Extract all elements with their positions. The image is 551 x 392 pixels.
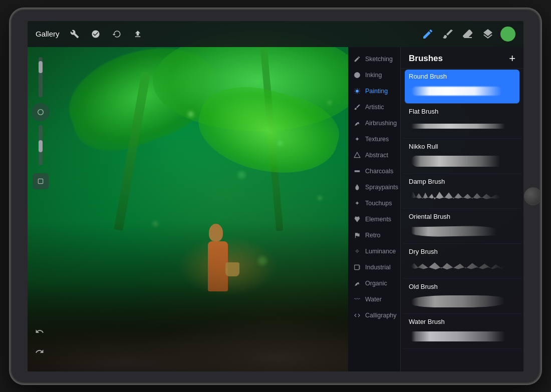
brush-name-water: Water Brush <box>409 318 515 325</box>
brush-item-dry[interactable]: Dry Brush <box>403 245 521 279</box>
size-thumb[interactable] <box>39 140 43 152</box>
ipad-screen: Gallery <box>28 21 523 371</box>
textures-icon: ✦ <box>353 135 361 143</box>
eraser-tool-button[interactable] <box>460 27 475 42</box>
add-brush-button[interactable]: + <box>509 53 515 64</box>
inking-icon <box>353 71 361 79</box>
organic-icon <box>353 279 361 287</box>
smudge-tool-button[interactable] <box>440 27 455 42</box>
opacity-slider[interactable] <box>39 57 43 97</box>
size-slider[interactable] <box>39 125 43 165</box>
category-abstract[interactable]: Abstract <box>348 147 400 163</box>
brush-name-damp: Damp Brush <box>409 178 515 185</box>
water-icon: 〰 <box>353 295 361 303</box>
bokeh-7 <box>258 256 267 265</box>
category-touchups[interactable]: ✦ Touchups <box>348 195 400 211</box>
category-textures[interactable]: ✦ Textures <box>348 131 400 147</box>
opacity-thumb[interactable] <box>39 61 43 73</box>
svg-rect-4 <box>355 170 360 172</box>
spraypaints-icon <box>353 183 361 191</box>
share-icon[interactable] <box>131 27 145 41</box>
brush-item-old[interactable]: Old Brush <box>403 280 521 314</box>
brush-item-nikko[interactable]: Nikko Rull <box>403 140 521 174</box>
redo-button[interactable] <box>32 343 48 359</box>
brush-panel-header: Brushes + <box>401 47 523 69</box>
brushes-panel-title: Brushes <box>409 54 443 64</box>
brush-item-oriental[interactable]: Oriental Brush <box>403 210 521 244</box>
stroke-old <box>411 295 505 307</box>
color-picker-small[interactable] <box>32 103 50 121</box>
bokeh-3 <box>238 171 245 179</box>
brush-preview-nikko <box>409 152 515 170</box>
adjustments-icon[interactable] <box>89 27 103 41</box>
layers-button[interactable] <box>480 27 495 42</box>
size-slider-container <box>39 125 43 165</box>
opacity-slider-container <box>39 57 43 97</box>
category-industrial[interactable]: Industrial <box>348 259 400 275</box>
svg-rect-6 <box>357 184 358 185</box>
char-body <box>208 241 228 291</box>
svg-rect-1 <box>38 179 43 183</box>
category-water[interactable]: 〰 Water <box>348 291 400 307</box>
character <box>203 211 238 291</box>
toolbar-icons <box>68 27 145 41</box>
brush-item-flat[interactable]: Flat Brush <box>403 105 521 139</box>
stroke-water <box>411 331 505 341</box>
home-button[interactable] <box>524 187 541 205</box>
bokeh-1 <box>188 111 194 117</box>
svg-point-0 <box>38 109 44 115</box>
stroke-flat <box>411 124 505 129</box>
category-inking[interactable]: Inking <box>348 67 400 83</box>
category-retro[interactable]: Retro <box>348 227 400 243</box>
calligraphy-icon <box>353 311 361 319</box>
brush-preview-flat <box>409 117 515 135</box>
category-calligraphy[interactable]: Calligraphy <box>348 307 400 323</box>
brush-name-flat: Flat Brush <box>409 108 515 115</box>
category-sketching[interactable]: Sketching <box>348 51 400 67</box>
draw-tool-button[interactable] <box>420 27 435 42</box>
airbrushing-icon <box>353 119 361 127</box>
category-charcoals[interactable]: Charcoals <box>348 163 400 179</box>
bokeh-5 <box>153 221 158 226</box>
brush-panel: Sketching Inking Painting <box>348 47 523 371</box>
sketching-icon <box>353 55 361 63</box>
color-picker-button[interactable] <box>500 27 515 42</box>
stroke-oriental <box>411 225 497 237</box>
bokeh-4 <box>328 101 331 104</box>
category-spraypaints[interactable]: Spraypaints <box>348 179 400 195</box>
category-artistic[interactable]: Artistic <box>348 99 400 115</box>
ipad-frame: Gallery <box>10 9 541 384</box>
brush-list: Brushes + Round Brush Flat Brush <box>401 47 523 371</box>
undo-button[interactable] <box>32 323 48 339</box>
char-head <box>209 224 223 241</box>
svg-marker-3 <box>354 152 360 158</box>
category-organic[interactable]: Organic <box>348 275 400 291</box>
elements-icon <box>353 215 361 223</box>
wrench-icon[interactable] <box>68 27 82 41</box>
brush-name-round: Round Brush <box>409 73 515 80</box>
brush-preview-damp <box>409 187 515 205</box>
char-basket <box>225 262 239 276</box>
brush-preview-round <box>409 82 515 100</box>
gallery-button[interactable]: Gallery <box>36 30 60 38</box>
industrial-icon <box>353 263 361 271</box>
category-luminance[interactable]: ✧ Luminance <box>348 243 400 259</box>
left-sidebar <box>28 47 54 371</box>
stroke-dry <box>411 260 505 272</box>
touchups-icon: ✦ <box>353 199 361 207</box>
category-painting[interactable]: Painting <box>348 83 400 99</box>
brush-item-water[interactable]: Water Brush <box>403 315 521 349</box>
brush-item-round[interactable]: Round Brush <box>405 70 519 104</box>
toolbar-left: Gallery <box>36 27 145 41</box>
square-tool-button[interactable] <box>33 173 49 189</box>
undo-history-icon[interactable] <box>110 27 124 41</box>
brush-preview-old <box>409 292 515 310</box>
undo-redo-buttons <box>32 323 48 359</box>
brush-item-damp[interactable]: Damp Brush <box>403 175 521 209</box>
luminance-icon: ✧ <box>353 247 361 255</box>
brush-preview-dry <box>409 257 515 275</box>
category-elements[interactable]: Elements <box>348 211 400 227</box>
charcoals-icon <box>353 167 361 175</box>
category-airbrushing[interactable]: Airbrushing <box>348 115 400 131</box>
painting-icon <box>353 87 361 95</box>
